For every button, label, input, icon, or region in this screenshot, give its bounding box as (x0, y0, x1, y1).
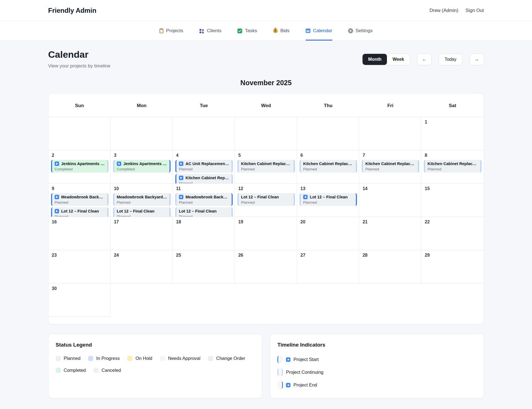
day-number: 8 (425, 153, 482, 158)
event-status: Planned (55, 200, 105, 204)
day-number: 21 (363, 219, 419, 224)
tab-label-tasks: Tasks (245, 28, 257, 34)
status-legend-title: Status Legend (56, 342, 255, 348)
empty-slot (297, 284, 359, 317)
calendar-event[interactable]: Meadowbrook Backyard R…Planned (113, 193, 171, 206)
calendar-event[interactable]: Kitchen Cabinet Replacem…Planned (424, 160, 482, 173)
tab-calendar[interactable]: Calendar (306, 21, 332, 41)
view-toggle: Month Week (362, 54, 410, 65)
timeline-pill-start (277, 356, 283, 363)
event-status: Planned (117, 200, 167, 204)
event-title: Meadowbrook Backyar… (186, 195, 229, 199)
event-status: Planned (55, 214, 105, 217)
empty-slot (173, 284, 235, 317)
legend-label-in-progress: In Progress (96, 356, 120, 361)
day-cell-12: 12Lot 12 – Final CleanPlanned (235, 184, 297, 217)
empty-slot (235, 284, 297, 317)
day-number: 11 (176, 186, 233, 191)
day-number: 6 (300, 153, 357, 158)
calendar-event[interactable]: Kitchen Cabinet Replac…Planned (175, 174, 233, 184)
legend-label-change-order: Change Order (216, 356, 245, 361)
event-status: Planned (303, 200, 354, 204)
project-start-icon (179, 161, 183, 166)
legend-swatch-completed (56, 368, 61, 373)
main-nav: ProjectsClientsTasksBidsCalendarSettings (0, 21, 532, 41)
tab-projects[interactable]: Projects (159, 21, 183, 41)
check-icon (237, 29, 242, 33)
calendar-icon (306, 29, 310, 33)
day-number: 9 (52, 186, 108, 191)
event-title: Lot 12 – Final Clean (179, 209, 217, 213)
day-number: 19 (238, 219, 295, 224)
project-end-icon (179, 195, 183, 199)
moneybag-icon (273, 29, 278, 33)
timeline-pill-end (277, 381, 283, 389)
day-number: 17 (114, 219, 171, 224)
today-button[interactable]: Today (439, 54, 462, 65)
day-cell-6: 6Kitchen Cabinet Replacem…Planned (297, 150, 359, 184)
day-cell-26: 26 (235, 250, 297, 284)
tab-bids[interactable]: Bids (273, 21, 290, 41)
event-title: Jenkins Apartments — … (61, 161, 105, 166)
tab-clients[interactable]: Clients (199, 21, 221, 41)
calendar-event[interactable]: Lot 12 – Final CleanPlanned (175, 207, 233, 217)
blank-cell (359, 117, 421, 150)
day-cell-11: 11Meadowbrook Backyar…PlannedLot 12 – Fi… (173, 184, 235, 217)
legend-swatch-change-order (208, 356, 213, 361)
day-cell-2: 2Jenkins Apartments — …Completed (49, 150, 111, 184)
day-cell-3: 3Jenkins Apartments — …Completed (111, 150, 173, 184)
calendar-event[interactable]: Kitchen Cabinet Replacem…Planned (362, 160, 419, 173)
project-start-icon (55, 161, 59, 166)
app-brand: Friendly Admin (48, 7, 97, 14)
events-list: Meadowbrook Backyar…PlannedLot 12 – Fina… (175, 193, 233, 217)
blank-cell (111, 117, 173, 150)
sign-out-link[interactable]: Sign Out (465, 8, 484, 13)
day-number: 20 (300, 219, 357, 224)
tab-label-clients: Clients (207, 28, 221, 34)
calendar-event[interactable]: Lot 12 – Final CleanPlanned (237, 193, 295, 206)
day-number: 7 (363, 153, 419, 158)
blank-cell (297, 117, 359, 150)
page-subtitle: View your projects by timeline (48, 63, 111, 69)
event-title-row: Meadowbrook Backyard R… (117, 194, 167, 200)
week-view-button[interactable]: Week (387, 54, 410, 65)
events-list: Kitchen Cabinet Replacem…Planned (424, 160, 482, 173)
event-title: Kitchen Cabinet Replacem… (427, 161, 478, 166)
event-title: Kitchen Cabinet Replacem… (303, 161, 354, 166)
calendar-event[interactable]: Jenkins Apartments — …Completed (51, 160, 108, 173)
event-status: Completed (117, 167, 167, 171)
event-title-row: Kitchen Cabinet Replacem… (303, 161, 354, 167)
events-list: Meadowbrook Backyard R…PlannedLot 12 – F… (113, 193, 171, 217)
tab-settings[interactable]: Settings (348, 21, 373, 41)
event-title-row: Kitchen Cabinet Replacem… (241, 161, 292, 167)
calendar-event[interactable]: AC Unit Replacement …Planned (175, 160, 233, 173)
prev-month-button[interactable]: ← (417, 54, 432, 65)
tab-tasks[interactable]: Tasks (237, 21, 257, 41)
clipboard-icon (159, 29, 163, 33)
events-list: Kitchen Cabinet Replacem…Planned (300, 160, 357, 173)
event-title-row: Lot 12 – Final Clean (55, 208, 105, 214)
event-title-row: AC Unit Replacement … (179, 161, 229, 167)
day-cell-15: 15 (421, 184, 483, 217)
next-month-button[interactable]: → (470, 54, 484, 65)
event-title: Lot 12 – Final Clean (310, 195, 348, 199)
calendar-event[interactable]: Kitchen Cabinet Replacem…Planned (300, 160, 357, 173)
event-title-row: Lot 12 – Final Clean (179, 208, 229, 214)
event-status: Planned (179, 181, 229, 184)
calendar-event[interactable]: Lot 12 – Final CleanPlanned (51, 207, 108, 217)
timeline-pill-continuing (277, 368, 283, 376)
calendar-event[interactable]: Meadowbrook Backyar…Planned (51, 193, 108, 206)
project-start-icon (179, 176, 183, 180)
month-view-button[interactable]: Month (363, 54, 387, 65)
day-number: 30 (52, 286, 108, 291)
dow-sat: Sat (421, 94, 483, 117)
calendar-event[interactable]: Meadowbrook Backyar…Planned (175, 193, 233, 206)
calendar-event[interactable]: Lot 12 – Final CleanPlanned (300, 193, 357, 206)
event-title-row: Meadowbrook Backyar… (179, 194, 229, 200)
events-list: Lot 12 – Final CleanPlanned (237, 193, 295, 206)
calendar-event[interactable]: Lot 12 – Final CleanPlanned (113, 207, 171, 217)
day-cell-16: 16 (49, 217, 111, 250)
calendar-event[interactable]: Jenkins Apartments — …Completed (113, 160, 171, 173)
calendar-event[interactable]: Kitchen Cabinet Replacem…Planned (237, 160, 295, 173)
event-title: Meadowbrook Backyar… (61, 195, 105, 199)
